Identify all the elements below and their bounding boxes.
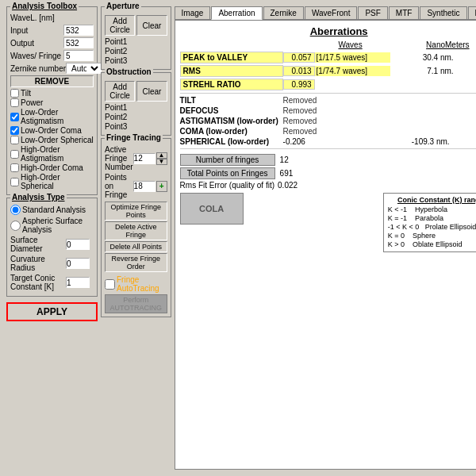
- point2-label: Point2: [105, 47, 167, 56]
- low-coma-row: Low-Order Coma: [10, 126, 94, 135]
- tilt-row: Tilt: [10, 89, 94, 98]
- strehl-row: STREHL RATIO 0.993: [180, 79, 476, 90]
- curvature-field[interactable]: [66, 258, 90, 269]
- aspheric-radio[interactable]: [10, 221, 21, 231]
- tab-image[interactable]: Image: [175, 6, 211, 19]
- aperture-group: Aperture Add Circle Clear Point1 Point2 …: [101, 6, 171, 70]
- target-conic-row: Target Conic Constant [K]: [10, 274, 94, 291]
- total-points-value: 691: [280, 169, 294, 178]
- fringe-title: Fringe Tracing: [105, 133, 163, 142]
- point1-label: Point1: [105, 37, 167, 46]
- content-area: Analysis Toolbox WaveL. [nm] Input Outpu…: [6, 6, 470, 470]
- optimize-button[interactable]: Optimize Fringe Points: [105, 202, 167, 221]
- points-plus-button[interactable]: +: [156, 181, 167, 192]
- tab-zernike[interactable]: Zernike: [263, 6, 304, 19]
- tab-synthetic[interactable]: Synthetic: [420, 6, 466, 19]
- ptv-waves: [1/17.5 waves]: [315, 52, 390, 63]
- input-label: Input: [10, 26, 28, 35]
- low-coma-checkbox[interactable]: [10, 126, 19, 135]
- spherical-row: SPHERICAL (low-order) -0.206 -109.3 nm.: [180, 137, 476, 146]
- active-fringe-input[interactable]: [133, 153, 155, 164]
- rms-name: RMS: [180, 65, 283, 77]
- obstruction-group: Obstruction Add Circle Clear Point1 Poin…: [101, 72, 171, 136]
- astig-row: ASTIGMATISM (low-order) Removed: [180, 117, 476, 125]
- high-astig-row: High-Order Astigmatism: [10, 145, 94, 163]
- tab-aberration[interactable]: Aberration: [211, 6, 262, 20]
- zernike-select[interactable]: Auto: [66, 63, 102, 74]
- high-coma-label: High-Order Coma: [21, 163, 83, 172]
- tab-psf[interactable]: PSF: [358, 6, 387, 19]
- conic-row-0: K < -1 Hyperbola: [388, 205, 476, 213]
- reverse-order-button[interactable]: Reverse Fringe Order: [105, 253, 167, 272]
- coma-removed: Removed: [283, 127, 317, 136]
- num-fringes-value: 12: [280, 155, 289, 164]
- nm-column-header: NanoMeters: [398, 40, 470, 49]
- spin-down-button[interactable]: ▼: [156, 159, 167, 165]
- curvature-label: Curvature Radius: [10, 255, 66, 272]
- low-spher-row: Low-Order Spherical: [10, 136, 94, 144]
- ptv-value: 0.057: [283, 52, 315, 63]
- strehl-value: 0.993: [283, 79, 315, 90]
- defocus-name: DEFOCUS: [180, 106, 283, 115]
- delete-active-button[interactable]: Delete Active Fringe: [105, 221, 167, 240]
- high-coma-checkbox[interactable]: [10, 163, 19, 172]
- output-label: Output: [10, 39, 34, 48]
- aspheric-radio-row: Aspheric Surface Analysis: [10, 217, 94, 234]
- tab-wavefront[interactable]: WaveFront: [305, 6, 358, 19]
- input-field[interactable]: [63, 25, 94, 36]
- curvature-row: Curvature Radius: [10, 255, 94, 272]
- left-panel: Analysis Toolbox WaveL. [nm] Input Outpu…: [6, 6, 98, 470]
- high-astig-label: High-Order Astigmatism: [21, 145, 94, 163]
- high-coma-row: High-Order Coma: [10, 163, 94, 172]
- low-astig-checkbox[interactable]: [10, 113, 19, 121]
- aspheric-label: Aspheric Surface Analysis: [22, 217, 94, 234]
- fringe-points-input[interactable]: [133, 181, 155, 192]
- power-row: Power: [10, 98, 94, 107]
- right-panel: Image Aberration Zernike WaveFront PSF M…: [175, 6, 476, 470]
- standard-label: Standard Analysis: [22, 205, 86, 214]
- conic-title: Conic Constant (K) range: [388, 196, 476, 204]
- target-conic-field[interactable]: [66, 277, 90, 288]
- rms-fit-row: Rms Fit Error (quality of fit) 0.022: [180, 181, 476, 190]
- astig-name: ASTIGMATISM (low-order): [180, 117, 283, 125]
- spherical-name: SPHERICAL (low-order): [180, 137, 283, 146]
- standard-radio[interactable]: [10, 205, 21, 215]
- low-spher-checkbox[interactable]: [10, 136, 19, 144]
- separator2: [180, 148, 476, 149]
- delete-all-button[interactable]: Delete All Points: [105, 241, 167, 252]
- main-window: Analysis Toolbox WaveL. [nm] Input Outpu…: [0, 0, 476, 476]
- coma-row: COMA (low-order) Removed: [180, 127, 476, 136]
- obs-point2-label: Point2: [105, 113, 167, 121]
- apply-button[interactable]: APPLY: [6, 302, 98, 321]
- autotracing-row: Fringe AutoTracing: [105, 275, 167, 293]
- tilt-label: Tilt: [21, 89, 31, 98]
- add-circle-button[interactable]: Add Circle: [105, 15, 135, 36]
- ptv-row: PEAK to VALLEY 0.057 [1/17.5 waves] 30.4…: [180, 52, 476, 63]
- waves-field[interactable]: [63, 50, 94, 61]
- low-spher-label: Low-Order Spherical: [21, 136, 94, 144]
- aber-header: Waves NanoMeters: [180, 40, 476, 49]
- autotracing-checkbox[interactable]: [105, 279, 115, 290]
- obs-point1-label: Point1: [105, 103, 167, 112]
- autotrace-button[interactable]: Perform AUTOTRACING: [105, 294, 167, 313]
- tilt-checkbox[interactable]: [10, 89, 19, 98]
- summary-section: Number of fringes 12 Total Points on Fri…: [180, 154, 476, 190]
- target-conic-label: Target Conic Constant [K]: [10, 274, 66, 291]
- power-checkbox[interactable]: [10, 98, 19, 107]
- tab-notes[interactable]: Notes: [468, 6, 476, 19]
- tab-mtf[interactable]: MTF: [389, 6, 420, 19]
- output-field[interactable]: [63, 37, 94, 48]
- rms-fit-label: Rms Fit Error (quality of fit): [180, 181, 274, 190]
- cola-display: COLA: [180, 193, 244, 225]
- high-astig-checkbox[interactable]: [10, 150, 19, 159]
- obs-clear-button[interactable]: Clear: [136, 81, 167, 102]
- obs-add-circle-button[interactable]: Add Circle: [105, 81, 135, 102]
- surface-diam-field[interactable]: [66, 239, 90, 250]
- clear-button[interactable]: Clear: [136, 15, 167, 36]
- remove-button[interactable]: REMOVE: [10, 75, 94, 87]
- coma-name: COMA (low-order): [180, 127, 283, 136]
- points-label: Points on Fringe: [105, 173, 133, 199]
- low-astig-row: Low-Order Astigmatism: [10, 108, 94, 125]
- standard-radio-row: Standard Analysis: [10, 205, 94, 215]
- high-spher-checkbox[interactable]: [10, 178, 19, 186]
